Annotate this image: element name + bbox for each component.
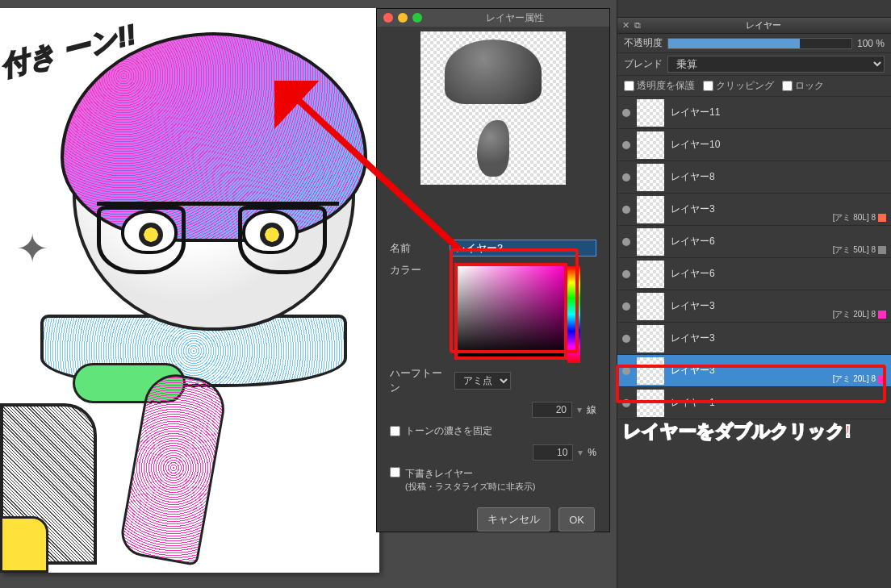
layer-thumbnail [637,390,664,417]
draft-sublabel: (投稿・ラスタライズ時に非表示) [405,481,535,493]
draft-layer-checkbox[interactable] [390,467,400,477]
protect-alpha-checkbox[interactable] [624,81,634,91]
layer-row[interactable]: レイヤー3[アミ 20L] 8 [617,290,891,323]
layer-name-label: レイヤー1 [671,396,886,410]
layer-tag: [アミ 80L] 8 [833,212,886,223]
zoom-icon[interactable] [412,13,422,23]
layer-name-label: レイヤー11 [671,106,886,119]
density-unit: % [588,447,596,458]
clipping-checkbox[interactable] [703,81,713,91]
layer-tag: [アミ 20L] 8 [833,309,886,320]
opacity-value: 100 % [857,38,885,49]
ok-button[interactable]: OK [558,507,595,532]
layer-thumbnail [637,99,664,127]
blend-label: ブレンド [624,57,663,71]
layer-row[interactable]: レイヤー6 [617,258,891,290]
layer-thumbnail [637,325,664,352]
visibility-toggle[interactable] [622,270,630,278]
visibility-toggle[interactable] [622,367,630,375]
layer-properties-dialog: レイヤー属性 名前 カラー ハーフトーン アミ点 ▾ 線 トーンの濃さを固定 ▾… [376,8,610,532]
close-panel-icon[interactable]: ✕ [622,20,630,31]
dropdown-icon[interactable]: ▾ [578,447,583,458]
draft-label: 下書きレイヤー [405,467,535,481]
annotation-callout: レイヤーをダブルクリック! [623,419,851,444]
visibility-toggle[interactable] [622,109,630,117]
layer-row[interactable]: レイヤー10 [617,129,891,161]
layers-list[interactable]: レイヤー11レイヤー10レイヤー8レイヤー3[アミ 80L] 8 レイヤー6[ア… [617,97,891,419]
layer-name-input[interactable] [450,240,596,256]
layer-row[interactable]: レイヤー3[アミ 20L] 8 [617,355,891,387]
hue-slider[interactable] [567,266,580,363]
opacity-label: 不透明度 [624,36,663,50]
protect-alpha-option[interactable]: 透明度を保護 [624,79,695,93]
visibility-toggle[interactable] [622,173,630,181]
sparkle-icon: ✦ [16,226,48,271]
layer-name-label: レイヤー10 [671,138,886,152]
visibility-toggle[interactable] [622,335,630,343]
halftone-select[interactable]: アミ点 [454,372,511,390]
layer-name-label: レイヤー6 [671,267,886,281]
layer-thumbnail [637,196,664,223]
fix-density-checkbox[interactable] [390,426,400,436]
lock-option[interactable]: ロック [782,79,824,93]
canvas-area[interactable]: 付き ーン!! ✦ [0,8,379,573]
dialog-titlebar[interactable]: レイヤー属性 [377,9,609,27]
layer-thumbnail [637,293,664,320]
layer-thumbnail [637,261,664,288]
name-label: 名前 [390,241,441,256]
layers-panel: ✕ ⧉ レイヤー 不透明度 100 % ブレンド 乗算 透明度を保護 クリッピン… [617,0,891,588]
art-cuff [0,516,48,573]
dialog-title: レイヤー属性 [427,11,603,25]
panel-tabbar[interactable]: ✕ ⧉ レイヤー [617,18,891,34]
layer-thumbnail [637,228,664,256]
visibility-toggle[interactable] [622,238,630,246]
popout-icon[interactable]: ⧉ [634,20,641,31]
layer-thumbnail [637,164,664,191]
opacity-slider[interactable] [667,38,852,49]
visibility-toggle[interactable] [622,302,630,311]
halftone-label: ハーフトーン [390,366,446,395]
layer-preview [420,31,566,185]
cancel-button[interactable]: キャンセル [477,507,550,532]
art-eyes [121,210,323,274]
minimize-icon[interactable] [398,13,408,23]
layer-row[interactable]: レイヤー1 [617,387,891,419]
blend-select[interactable]: 乗算 [667,56,885,73]
layer-row[interactable]: レイヤー8 [617,161,891,194]
lines-unit: 線 [587,403,596,417]
layer-row[interactable]: レイヤー6[アミ 50L] 8 [617,226,891,258]
visibility-toggle[interactable] [622,206,630,214]
opacity-fill [668,39,800,48]
fix-density-label: トーンの濃さを固定 [405,424,492,438]
visibility-toggle[interactable] [622,141,630,149]
layer-row[interactable]: レイヤー3[アミ 80L] 8 [617,194,891,226]
panel-top-strip [617,0,891,18]
color-picker[interactable] [454,263,567,360]
layer-tag: [アミ 20L] 8 [833,373,886,385]
clipping-option[interactable]: クリッピング [703,79,774,93]
layer-name-label: レイヤー8 [671,170,886,184]
layer-tag: [アミ 50L] 8 [833,244,886,256]
lock-checkbox[interactable] [782,81,793,91]
density-input[interactable] [533,444,573,461]
panel-title: レイヤー [641,19,886,31]
color-label: カラー [390,263,446,277]
layer-row[interactable]: レイヤー11 [617,97,891,129]
layer-row[interactable]: レイヤー3 [617,323,891,355]
lines-input[interactable] [532,402,572,418]
dropdown-icon[interactable]: ▾ [577,404,582,415]
layer-name-label: レイヤー3 [671,332,886,345]
layer-thumbnail [637,131,664,159]
close-icon[interactable] [383,13,393,23]
layer-thumbnail [637,357,664,385]
visibility-toggle[interactable] [622,399,630,407]
